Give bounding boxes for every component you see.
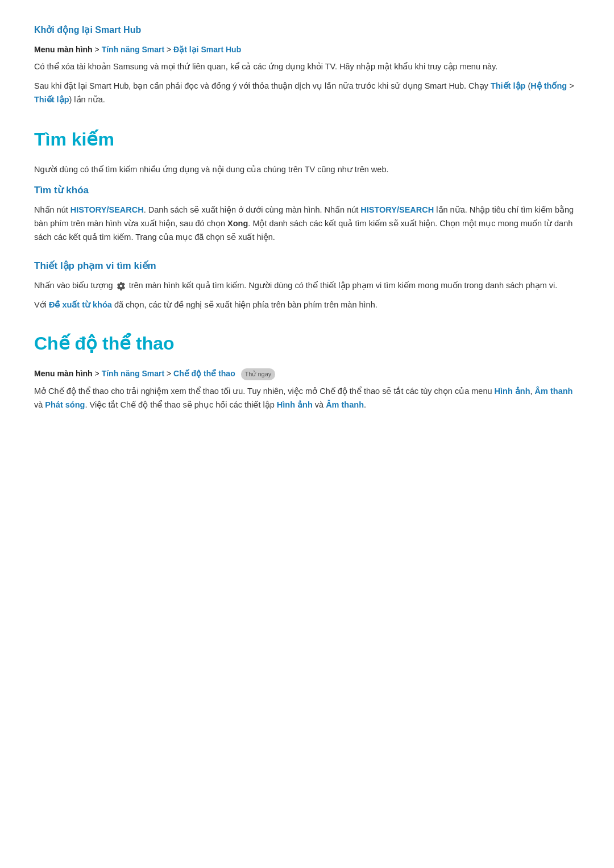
restart-smart-hub-section: Khởi động lại Smart Hub Menu màn hình > … — [34, 23, 580, 107]
restart-smart-hub-title: Khởi động lại Smart Hub — [34, 23, 580, 38]
restart-para-2: Sau khi đặt lại Smart Hub, bạn cần phải … — [34, 80, 580, 107]
search-scope-para-2: Với Đề xuất từ khóa đã chọn, các từ đề n… — [34, 298, 580, 312]
sport-mode-section: Chế độ thể thao Menu màn hình > Tính năn… — [34, 329, 580, 412]
search-scope-section: Thiết lập phạm vi tìm kiếm Nhấn vào biểu… — [34, 258, 580, 312]
gear-icon — [117, 281, 126, 290]
search-scope-title: Thiết lập phạm vi tìm kiếm — [34, 258, 580, 273]
search-para-1: Người dùng có thể tìm kiếm nhiều ứng dụn… — [34, 163, 580, 177]
sport-mode-title: Chế độ thể thao — [34, 329, 580, 358]
restart-para-1: Có thể xóa tài khoản Samsung và mọi thứ … — [34, 60, 580, 74]
search-title: Tìm kiếm — [34, 125, 580, 154]
restart-smart-hub-menu-path: Menu màn hình > Tính năng Smart > Đặt lạ… — [34, 43, 580, 56]
try-now-badge: Thử ngay — [241, 368, 276, 381]
keyword-search-para: Nhấn nút HISTORY/SEARCH. Danh sách sẽ xu… — [34, 203, 580, 244]
search-section: Tìm kiếm Người dùng có thể tìm kiếm nhiề… — [34, 125, 580, 177]
sport-mode-menu-path: Menu màn hình > Tính năng Smart > Chế độ… — [34, 367, 580, 380]
keyword-search-title: Tìm từ khóa — [34, 182, 580, 198]
sport-mode-para: Mở Chế độ thể thao cho trải nghiệm xem t… — [34, 385, 580, 412]
search-scope-para-1: Nhấn vào biểu tượng trên màn hình kết qu… — [34, 279, 580, 293]
keyword-search-section: Tìm từ khóa Nhấn nút HISTORY/SEARCH. Dan… — [34, 182, 580, 244]
